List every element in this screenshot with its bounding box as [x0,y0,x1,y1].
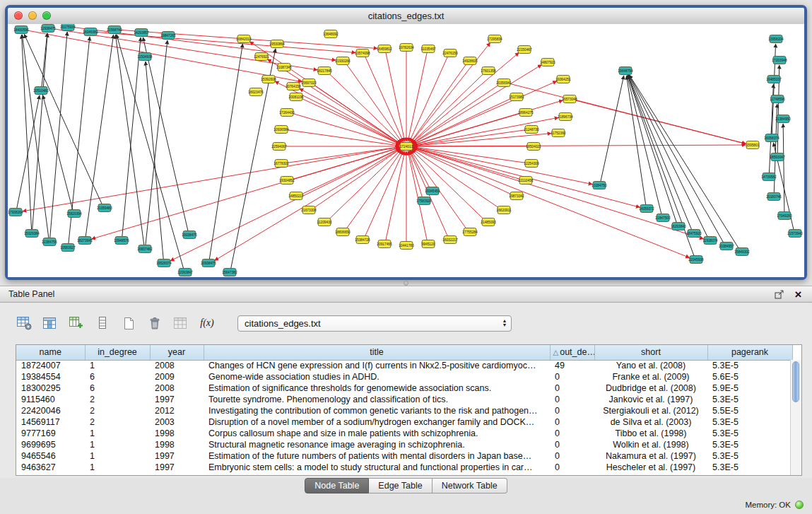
table-cell[interactable]: 9463627 [16,462,85,473]
table-cell[interactable]: Nakamura et al. (1997) [594,450,707,462]
table-cell[interactable]: 1998 [150,428,204,439]
table-cell[interactable]: Disruption of a novel member of a sodium… [204,416,550,428]
float-panel-icon[interactable] [774,289,784,300]
row-options-icon[interactable] [94,315,111,331]
graph-node[interactable]: 17295834 [487,35,502,43]
table-cell[interactable]: 1997 [150,462,204,473]
graph-node[interactable]: 15849302 [734,248,750,256]
graph-node[interactable]: 20510483 [33,87,49,95]
scrollbar-thumb[interactable] [792,361,799,402]
graph-node[interactable]: 21384950 [775,115,791,123]
graph-node[interactable]: 17601358 [481,67,496,75]
table-cell[interactable]: 5.3E-5 [707,360,792,371]
graph-node[interactable]: 21059483 [97,204,112,212]
graph-node[interactable]: 14293857 [134,29,149,37]
graph-node[interactable]: 19873342 [509,192,524,200]
graph-node[interactable]: 21485093 [481,218,496,226]
graph-node[interactable]: 12254309 [524,160,539,168]
graph-node[interactable]: 15384726 [355,236,370,244]
column-header-name[interactable]: name [16,345,85,360]
table-cell[interactable]: 49 [550,360,594,371]
tab-node-table[interactable]: Node Table [305,478,369,493]
table-cell[interactable]: 22420046 [16,405,85,416]
graph-node[interactable]: 13574098 [355,49,370,57]
table-cell[interactable]: 6 [85,371,150,382]
table-cell[interactable]: 2008 [150,360,204,371]
graph-node[interactable]: 15029384 [24,230,40,238]
graph-node[interactable]: 17938264 [8,209,23,216]
table-cell[interactable]: Embryonic stem cells: a model to study s… [204,462,550,473]
graph-node[interactable]: 11035467 [421,45,436,53]
tab-network-table[interactable]: Network Table [433,478,507,493]
graph-node[interactable]: 18475920 [686,230,702,238]
graph-hub-node[interactable]: 1724013 [400,143,413,151]
graph-node[interactable]: 18430596 [13,26,29,34]
table-cell[interactable]: Hescheler et al. (1997) [594,462,707,473]
table-cell[interactable]: Franke et al. (2009) [594,371,707,382]
graph-node[interactable]: 12748596 [770,95,785,103]
graph-node[interactable]: 17049283 [777,212,792,220]
table-cell[interactable]: 2003 [150,416,204,428]
table-row[interactable]: 946362711997Embryonic stem cells: a mode… [16,462,792,473]
graph-node[interactable]: 19345451 [425,187,440,195]
table-cell[interactable]: Estimation of significance thresholds fo… [204,382,550,394]
graph-node[interactable]: 20938475 [201,259,216,267]
graph-node[interactable]: 21896734 [558,113,573,121]
graph-node[interactable]: 16293840 [671,223,686,230]
graph-node[interactable]: 14059372 [639,205,654,213]
table-cell[interactable]: 1998 [150,439,204,450]
table-cell[interactable]: 0 [550,371,594,382]
tab-edge-table[interactable]: Edge Table [369,478,432,493]
graph-node[interactable]: 16573048 [562,95,577,103]
graph-node[interactable]: 22110456 [519,177,534,185]
graph-node[interactable]: 13648092 [323,30,339,38]
graph-node[interactable]: 21573940 [787,230,803,238]
graph-node[interactable]: 21847503 [655,214,671,222]
graph-node[interactable]: 18836650 [335,228,351,236]
table-cell[interactable]: 0 [550,439,594,450]
delete-table-icon[interactable] [146,315,163,331]
graph-node[interactable]: 21673308 [301,206,317,214]
table-cell[interactable]: Estimation of the future numbers of pati… [204,450,550,462]
graph-node[interactable]: 15173982 [509,93,524,101]
graph-node[interactable]: 19847265 [160,32,176,40]
table-cell[interactable]: 1 [85,439,150,450]
graph-node[interactable]: 11928374 [703,237,718,245]
table-cell[interactable]: Jankovic et al. (1997) [594,394,707,405]
network-table-select[interactable]: citations_edges.txt ▲ ▼ [237,315,512,332]
table-cell[interactable]: Wolkin et al. (1998) [594,439,707,450]
table-cell[interactable]: 2 [85,405,150,416]
graph-node[interactable]: 13958204 [768,35,784,43]
table-cell[interactable]: 14569117 [16,416,85,428]
create-column-icon[interactable] [68,315,85,331]
graph-node[interactable]: 21248730 [524,126,539,134]
graph-node[interactable]: 16058374 [764,134,779,142]
column-header-short[interactable]: short [594,345,707,360]
graph-node[interactable]: 16842013 [236,35,252,43]
table-cell[interactable]: 5.3E-5 [707,450,792,462]
table-cell[interactable]: Investigating the contribution of common… [204,405,550,416]
graph-node[interactable]: 22150467 [517,46,532,54]
table-cell[interactable]: 5.3E-5 [707,394,792,405]
graph-node[interactable]: 15697023 [301,79,317,87]
graph-node[interactable]: 14807923 [540,59,555,66]
graph-node[interactable]: 20917465 [377,240,392,248]
table-cell[interactable]: 1 [85,428,150,439]
table-row[interactable]: 1830029562008Estimation of significance … [16,382,792,394]
table-cell[interactable]: 1997 [150,450,204,462]
table-cell[interactable]: Dudbridge et al. (2008) [594,382,707,394]
minimize-window-button[interactable] [28,11,37,20]
table-row[interactable]: 1456911722003Disruption of a novel membe… [16,416,792,428]
graph-node[interactable]: 19485037 [766,76,782,83]
graph-node[interactable]: 19038475 [182,231,197,239]
graph-node[interactable]: 15392608 [261,76,276,83]
memory-status-icon[interactable] [795,501,804,509]
graph-node[interactable]: 15820394 [66,210,82,218]
column-header-year[interactable]: year [150,345,204,360]
table-cell[interactable]: 0 [550,462,594,473]
table-cell[interactable]: 0 [550,405,594,416]
table-cell[interactable]: 18724007 [16,360,85,371]
graph-node[interactable]: 10936584 [273,126,289,134]
graph-node[interactable]: 19304852 [279,177,295,185]
graph-node[interactable]: 16049382 [83,28,98,36]
